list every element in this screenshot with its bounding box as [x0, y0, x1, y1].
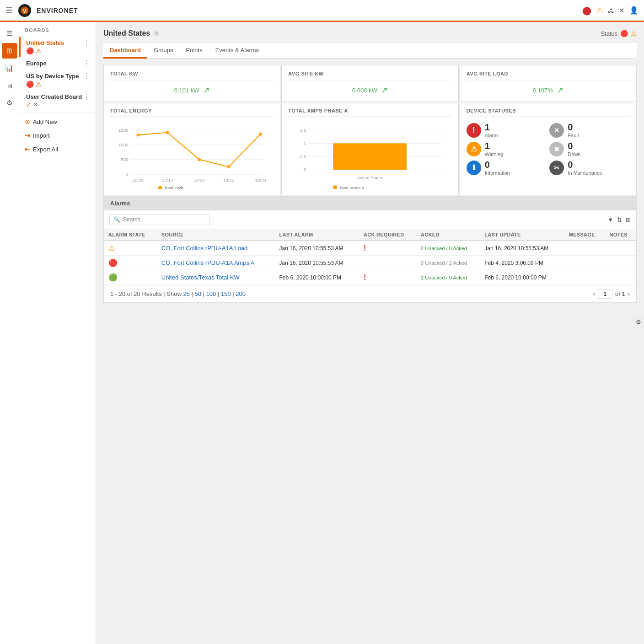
svg-point-11 — [166, 131, 169, 134]
show-100[interactable]: 100 — [206, 290, 216, 297]
td-notes — [605, 256, 636, 270]
brand-logo: V — [18, 4, 31, 17]
filter-icon[interactable]: ▼ — [607, 216, 613, 223]
sidebar-item-label-europe: Europe — [26, 60, 47, 67]
stat-label-total-kw: Total KW — [110, 70, 274, 80]
prev-page-icon[interactable]: ‹ — [593, 290, 595, 297]
svg-text:V: V — [23, 7, 27, 13]
status-count-information: 0 — [485, 160, 510, 170]
status-label: Status — [601, 30, 617, 37]
sidebar-item-europe[interactable]: Europe ⋮ — [19, 57, 96, 70]
stat-card-avg-site-load: Avg Site Load 0.107% ↗ — [460, 65, 637, 102]
alarms-header: Alarms — [104, 197, 636, 210]
nav-action-import[interactable]: ⇥ Import — [19, 129, 96, 142]
nav-action-add-new[interactable]: ⊕ Add New — [19, 115, 96, 129]
search-input[interactable] — [123, 216, 206, 223]
navbar-warning-icon[interactable]: ⚠ — [596, 5, 603, 16]
td-notes — [605, 270, 636, 285]
sidebar-icon-menu[interactable]: ☰ — [2, 26, 17, 41]
charts-row: Total Energy 1500 1000 500 0 — [103, 103, 637, 195]
sidebar-item-united-states[interactable]: United States 🔴 ⚠ ⋮ — [19, 37, 96, 57]
status-item-down: 🖥 0 Down — [549, 141, 630, 157]
sidebar-icon-reports[interactable]: 📊 — [2, 60, 17, 76]
sidebar-item-dots-device[interactable]: ⋮ — [83, 73, 90, 80]
status-label-maintenance: In Maintenance — [568, 170, 602, 176]
menu-icon[interactable]: ☰ — [5, 5, 13, 16]
td-notes — [605, 241, 636, 256]
status-warning-icon: ⚠ — [631, 30, 637, 37]
alarms-results-info: 1 - 20 of 20 Results | Show 25 | 50 | 10… — [110, 290, 246, 297]
tab-events-alarms[interactable]: Events & Alarms — [209, 43, 265, 59]
alarms-footer: 1 - 20 of 20 Results | Show 25 | 50 | 10… — [104, 285, 636, 302]
svg-text:18:10: 18:10 — [133, 177, 144, 182]
navbar-network-icon[interactable]: 🖧 — [608, 7, 614, 14]
svg-text:18:30: 18:30 — [255, 177, 266, 182]
search-icon: 🔍 — [113, 216, 120, 223]
td-message — [564, 256, 605, 270]
navbar-tools-icon[interactable]: ✕ — [619, 6, 625, 15]
tab-points[interactable]: Points — [180, 43, 209, 59]
sidebar-item-label-user-created: User Created Board — [26, 93, 82, 100]
th-message: MESSAGE — [564, 229, 605, 241]
sidebar-icon-devices[interactable]: 🖥 — [2, 78, 17, 93]
stat-card-total-kw: Total KW 0.101 kW ↗ — [103, 65, 280, 102]
show-50[interactable]: 50 — [195, 290, 201, 297]
status-label-warning: Warning — [485, 151, 504, 157]
td-last-update: Jan 16, 2020 10:55:53 AM — [480, 241, 564, 256]
tab-dashboard[interactable]: Dashboard — [103, 43, 147, 59]
status-icon-maintenance: ✂ — [549, 161, 564, 175]
alarms-table: ALARM STATE SOURCE LAST ALARM ACK REQUIR… — [104, 229, 636, 285]
next-page-icon[interactable]: › — [628, 290, 630, 297]
import-icon: ⇥ — [25, 132, 30, 139]
svg-point-10 — [137, 134, 140, 136]
tab-groups[interactable]: Groups — [147, 43, 180, 59]
page-settings-icon[interactable]: ⚙ — [154, 30, 159, 37]
sidebar-item-dots-us[interactable]: ⋮ — [83, 39, 90, 47]
td-alarm-state: 🔴 — [104, 256, 157, 270]
show-150[interactable]: 150 — [221, 290, 231, 297]
table-row: 🔴 CO, Fort Collins rPDU-A1A Amps A Jan 1… — [104, 256, 636, 270]
show-200[interactable]: 200 — [236, 290, 246, 297]
main-content: United States ⚙ Status 🔴 ⚠ Dashboard Gro… — [96, 22, 644, 644]
alarms-section: Alarms 🔍 ▼ ⇅ ⊞ ALARM STATE SO — [103, 196, 637, 303]
sidebar-item-dots-europe[interactable]: ⋮ — [83, 60, 90, 67]
stat-value-avg-site-kw: 0.008 kW ↗ — [288, 85, 451, 95]
status-count-fault: 0 — [568, 122, 579, 133]
th-acked: ACKED — [416, 229, 480, 241]
td-message — [564, 270, 605, 285]
layout-icon[interactable]: ⊞ — [626, 216, 631, 223]
sidebar-item-user-created[interactable]: User Created Board ⤤ ✕ ⋮ — [19, 91, 96, 111]
chart-card-total-amps: Total Amps Phase A 1.5 1 0.5 0 United St… — [281, 103, 458, 195]
th-source: SOURCE — [157, 229, 275, 241]
td-source: United States/Texas Total KW — [157, 270, 275, 285]
svg-rect-32 — [333, 186, 338, 189]
page-total: of 1 — [615, 290, 625, 297]
sidebar-icon-dashboard[interactable]: ⊞ — [2, 43, 17, 59]
td-last-update: Feb 4, 2020 3:06:09 PM — [480, 256, 564, 270]
svg-text:United States: United States — [357, 175, 383, 180]
chart-svg-total-amps: 1.5 1 0.5 0 United States Total Amps A — [288, 120, 451, 189]
td-last-update: Feb 6, 2020 10:00:00 PM — [480, 270, 564, 285]
show-25[interactable]: 25 — [183, 290, 189, 297]
stats-row: Total KW 0.101 kW ↗ Avg Site KW 0.008 kW… — [103, 65, 637, 102]
chart-svg-total-energy: 1500 1000 500 0 18:10 18:15 18:20 18:25 — [110, 120, 274, 189]
td-alarm-state: 🟢 — [104, 270, 157, 285]
sidebar-badge-tools-user: ✕ — [33, 101, 38, 108]
navbar-user-icon[interactable]: 👤 — [629, 6, 639, 15]
sidebar-item-us-device-type[interactable]: US by Device Type 🔴 ⚠ ⋮ — [19, 70, 96, 91]
settings-float-button[interactable]: ⚙ — [633, 315, 644, 329]
add-new-label: Add New — [33, 118, 57, 125]
columns-icon[interactable]: ⇅ — [617, 216, 622, 223]
status-alarm-icon: 🔴 — [620, 30, 628, 37]
sidebar-item-label-us-device: US by Device Type — [26, 73, 79, 80]
sidebar-icon-settings[interactable]: ⚙ — [2, 95, 17, 111]
sidebar-item-dots-user[interactable]: ⋮ — [83, 93, 90, 101]
td-last-alarm: Feb 6, 2020 10:00:00 PM — [274, 270, 359, 285]
nav-action-export-all[interactable]: ⇤ Export All — [19, 142, 96, 156]
page-number-input[interactable] — [598, 289, 612, 299]
export-all-label: Export All — [33, 146, 58, 153]
navbar-alarm-icon[interactable]: ⬤ — [582, 5, 591, 16]
svg-text:0: 0 — [304, 167, 306, 172]
status-icon-warning: ⚠ — [467, 142, 481, 156]
status-item-information: ℹ 0 Information — [467, 160, 547, 176]
